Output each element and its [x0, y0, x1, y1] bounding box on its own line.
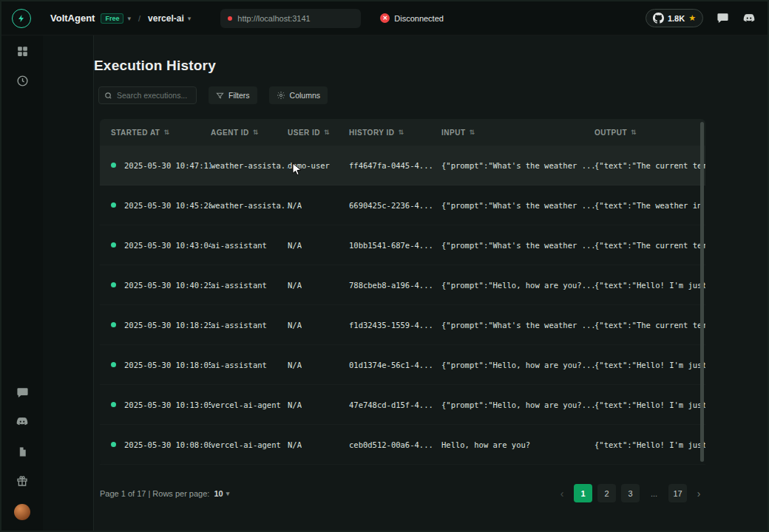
table-cell: {"text":"The current tempe	[594, 161, 705, 170]
rows-per-page-select[interactable]: 10 ▾	[214, 489, 229, 498]
table-cell: N/A	[288, 440, 349, 449]
table-cell: ai-assistant	[211, 241, 288, 250]
sort-icon[interactable]: ⇅	[253, 129, 259, 136]
gear-icon	[277, 91, 285, 100]
chevron-down-icon[interactable]: ▾	[188, 15, 192, 22]
table-cell: {"text":"The weather in Pa	[594, 201, 705, 210]
table-cell: {"prompt":"What's the weather ...	[441, 201, 594, 210]
pagination-info-text: Page 1 of 17 | Rows per page:	[100, 489, 209, 498]
sort-icon[interactable]: ⇅	[470, 129, 475, 136]
filters-button[interactable]: Filters	[209, 86, 257, 104]
table-row[interactable]: 2025-05-30 10:13:05vercel-ai-agentN/A47e…	[100, 385, 705, 425]
connection-status: ✕ Disconnected	[380, 13, 444, 23]
table-row[interactable]: 2025-05-30 10:08:08vercel-ai-agentN/Aceb…	[100, 425, 705, 465]
table-cell: 2025-05-30 10:18:25	[100, 321, 211, 330]
column-header-agent-id[interactable]: AGENT ID⇅	[211, 129, 288, 137]
table-row[interactable]: 2025-05-30 10:47:11weather-assista...dem…	[100, 146, 705, 185]
table-cell: {"text":"Hello! I'm just a	[594, 400, 705, 409]
table-row[interactable]: 2025-05-30 10:18:05ai-assistantN/A01d137…	[100, 345, 705, 385]
discord-icon[interactable]	[16, 415, 29, 429]
chevron-down-icon[interactable]: ▾	[127, 15, 131, 22]
pagination-pages: 123...17	[574, 484, 687, 502]
search-box[interactable]	[98, 86, 197, 104]
table-cell: {"text":"Hello! I'm just a	[594, 361, 705, 369]
disconnected-icon: ✕	[380, 13, 390, 23]
prev-page-button[interactable]: ‹	[555, 484, 569, 502]
table-cell: vercel-ai-agent	[211, 440, 288, 449]
table-cell: {"prompt":"Hello, how are you?...	[441, 400, 594, 409]
columns-label: Columns	[290, 91, 320, 100]
columns-button[interactable]: Columns	[269, 86, 328, 104]
column-header-input[interactable]: INPUT⇅	[441, 129, 594, 137]
sort-icon[interactable]: ⇅	[631, 129, 637, 136]
table-cell: N/A	[288, 241, 349, 250]
project-name[interactable]: vercel-ai	[148, 13, 184, 24]
sort-icon[interactable]: ⇅	[163, 129, 169, 136]
status-dot-icon	[111, 402, 116, 407]
table-cell: 2025-05-30 10:08:08	[100, 440, 211, 449]
status-dot-icon	[111, 362, 116, 367]
table-cell: {"text":"The current tempe	[594, 241, 705, 250]
app-window: VoltAgent Free ▾ / vercel-ai ▾ http://lo…	[0, 0, 769, 532]
sort-icon[interactable]: ⇅	[399, 129, 404, 136]
table-cell: 6690425c-2236-4...	[349, 201, 441, 210]
status-dot-icon	[111, 202, 116, 208]
column-header-output[interactable]: OUTPUT⇅	[594, 129, 705, 137]
page-button-3[interactable]: 3	[621, 484, 640, 502]
table-cell: {"prompt":"Hello, how are you?...	[441, 361, 594, 369]
github-star-button[interactable]: 1.8K ★	[646, 9, 703, 27]
status-dot-icon	[111, 322, 116, 327]
connection-dot-icon	[228, 16, 232, 21]
top-bar: VoltAgent Free ▾ / vercel-ai ▾ http://lo…	[1, 1, 768, 35]
table-cell: 10bb1541-687e-4...	[349, 241, 441, 250]
page-button-1[interactable]: 1	[574, 484, 592, 502]
vertical-scrollbar[interactable]	[700, 122, 704, 462]
table-cell: 2025-05-30 10:40:25	[100, 281, 211, 290]
pagination-nav: ‹ 123...17 ›	[555, 484, 705, 502]
table-body: 2025-05-30 10:47:11weather-assista...dem…	[100, 146, 705, 465]
column-header-started-at[interactable]: STARTED AT⇅	[100, 129, 211, 137]
table-cell: N/A	[288, 281, 349, 290]
chat-bubble-icon[interactable]	[16, 386, 29, 399]
table-cell: demo-user	[288, 161, 349, 170]
status-dot-icon	[111, 282, 116, 287]
feedback-chat-icon[interactable]	[717, 12, 729, 24]
table-row[interactable]: 2025-05-30 10:40:25ai-assistantN/A788cbe…	[100, 265, 705, 305]
page-button-2[interactable]: 2	[597, 484, 616, 502]
table-cell: ai-assistant	[211, 281, 288, 290]
github-icon	[653, 13, 664, 24]
table-row[interactable]: 2025-05-30 10:45:28weather-assista...N/A…	[100, 185, 705, 225]
logo-cell	[1, 9, 41, 28]
pagination-ellipsis: ...	[645, 484, 663, 502]
table-row[interactable]: 2025-05-30 10:43:04ai-assistantN/A10bb15…	[100, 225, 705, 265]
column-header-label: STARTED AT	[111, 129, 160, 137]
server-url-input[interactable]: http://localhost:3141	[220, 9, 361, 28]
table-cell: Hello, how are you?	[441, 440, 594, 449]
history-clock-icon[interactable]	[16, 74, 29, 87]
table-cell: weather-assista...	[211, 161, 288, 170]
search-input[interactable]	[117, 91, 191, 100]
table-cell: 2025-05-30 10:43:04	[100, 241, 211, 250]
apps-grid-icon[interactable]	[16, 44, 29, 58]
table-row[interactable]: 2025-05-30 10:18:25ai-assistantN/Af1d324…	[100, 305, 705, 345]
status-label: Disconnected	[394, 14, 444, 23]
column-header-history-id[interactable]: HISTORY ID⇅	[349, 129, 441, 137]
table-cell: {"prompt":"Hello, how are you?...	[441, 281, 594, 290]
column-header-user-id[interactable]: USER ID⇅	[288, 129, 349, 137]
discord-icon[interactable]	[742, 12, 756, 25]
search-icon	[104, 92, 112, 100]
gift-icon[interactable]	[16, 474, 29, 488]
table-cell: {"prompt":"What's the weather ...	[441, 161, 594, 170]
table-cell: f1d32435-1559-4...	[349, 321, 441, 330]
voltagent-logo-icon[interactable]	[12, 9, 31, 28]
next-page-button[interactable]: ›	[692, 484, 705, 502]
user-avatar[interactable]	[14, 504, 30, 520]
table-cell: N/A	[288, 201, 349, 210]
table-cell: 2025-05-30 10:45:28	[100, 201, 211, 210]
sort-icon[interactable]: ⇅	[324, 129, 330, 136]
status-dot-icon	[111, 442, 116, 447]
table-cell: {"prompt":"What's the weather ...	[441, 321, 594, 330]
page-button-17[interactable]: 17	[668, 484, 687, 502]
table-cell: ai-assistant	[211, 361, 288, 369]
docs-file-icon[interactable]	[16, 445, 29, 458]
